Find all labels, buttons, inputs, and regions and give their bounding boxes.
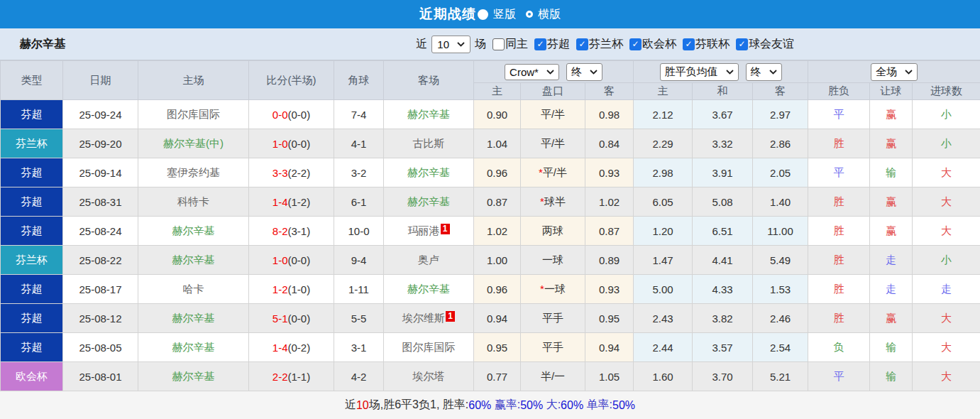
corners: 5-5 xyxy=(334,304,384,333)
home-team-name: 塞伊奈约基 xyxy=(167,166,220,178)
result-goals: 大 xyxy=(913,217,980,246)
radio-vertical-label[interactable]: 竖版 xyxy=(493,7,516,22)
corners: 9-4 xyxy=(334,246,384,275)
eu-draw-odds: 4.33 xyxy=(693,275,753,304)
ah-away-odds: 0.93 xyxy=(585,158,634,187)
checkbox-unchecked-同主[interactable] xyxy=(492,38,505,50)
checkbox-checked-球会友谊[interactable]: ✓ xyxy=(736,38,748,50)
ah-away-odds: 1.02 xyxy=(585,187,634,217)
result-handicap: 赢 xyxy=(870,304,913,333)
eu-away-odds: 1.53 xyxy=(753,275,808,304)
ah-line-text: 一球 xyxy=(544,283,566,295)
checkbox-label[interactable]: 芬兰杯 xyxy=(589,37,623,52)
chevron-down-icon xyxy=(905,70,913,75)
score: 2-2(1-1) xyxy=(249,362,334,391)
filter-bar: 赫尔辛基 近 10 场 同主✓芬超✓芬兰杯✓欧会杯✓芬联杯✓球会友谊 xyxy=(0,28,980,60)
eu-home-odds: 1.20 xyxy=(634,217,693,246)
summary-part: 60% xyxy=(468,399,491,412)
ah-line: *球半 xyxy=(521,187,585,217)
result-goals: 小 xyxy=(913,100,980,129)
home-team-name: 哈卡 xyxy=(183,283,204,295)
result-goals: 大 xyxy=(913,333,980,362)
away-team: 赫尔辛基 xyxy=(384,187,474,217)
bookmaker-select[interactable]: Crow* xyxy=(505,64,559,80)
away-team-name: 图尔库国际 xyxy=(402,341,456,353)
radio-vertical-layout[interactable] xyxy=(478,9,488,20)
type-badge: 芬兰杯 xyxy=(1,246,63,275)
halftime-score: (0-0) xyxy=(288,254,311,266)
result-goals: 大 xyxy=(913,362,980,391)
checkbox-label[interactable]: 芬联杯 xyxy=(695,37,730,52)
euro-odds-metric-select[interactable]: 胜平负均值 xyxy=(660,63,739,81)
red-card-badge: 1 xyxy=(446,311,455,322)
checkbox-checked-芬联杯[interactable]: ✓ xyxy=(683,38,695,50)
ah-line: 平/半 xyxy=(521,100,585,129)
type-badge: 芬超 xyxy=(1,333,63,362)
home-team: 赫尔辛基 xyxy=(138,333,249,362)
ah-line: 半/一 xyxy=(521,362,585,391)
home-team-name: 赫尔辛基 xyxy=(172,312,215,324)
radio-horizontal-layout[interactable] xyxy=(526,11,533,18)
away-team: 埃尔维斯1 xyxy=(384,304,474,333)
col-eu-away: 客 xyxy=(753,83,808,100)
checkbox-checked-芬超[interactable]: ✓ xyxy=(534,38,546,50)
ah-line: *平/半 xyxy=(521,158,585,187)
checkbox-checked-芬兰杯[interactable]: ✓ xyxy=(576,38,588,50)
type-badge: 欧会杯 xyxy=(1,362,63,391)
scope-select[interactable]: 全场 xyxy=(871,63,918,81)
col-corner: 角球 xyxy=(334,61,384,100)
score: 1-0(0-0) xyxy=(249,246,334,275)
result-handicap: 输 xyxy=(870,333,913,362)
table-row: 芬超25-08-05赫尔辛基1-4(0-2)3-1图尔库国际0.95平手0.94… xyxy=(1,333,980,362)
halftime-score: (0-0) xyxy=(288,138,311,150)
type-badge: 芬超 xyxy=(1,304,63,333)
asian-odds-time-select[interactable]: 终 xyxy=(566,63,602,81)
fulltime-score: 2-2 xyxy=(272,371,288,383)
ah-home-odds: 0.94 xyxy=(474,304,521,333)
chevron-down-icon xyxy=(590,70,598,75)
summary-part: 场,胜6平3负1, 胜率: xyxy=(369,398,468,413)
ah-line: 一球 xyxy=(521,246,585,275)
euro-odds-time-select[interactable]: 终 xyxy=(746,63,782,81)
home-team-name: 赫尔辛基(中) xyxy=(163,137,224,149)
checkbox-label[interactable]: 芬超 xyxy=(547,37,570,52)
type-badge: 芬超 xyxy=(1,187,63,217)
ah-line-text: 平/半 xyxy=(541,137,565,149)
home-team: 赫尔辛基 xyxy=(138,362,249,391)
eu-away-odds: 1.40 xyxy=(753,187,808,217)
checkbox-checked-欧会杯[interactable]: ✓ xyxy=(629,38,642,50)
match-date: 25-08-12 xyxy=(63,304,138,333)
eu-home-odds: 1.47 xyxy=(634,246,693,275)
fulltime-score: 8-2 xyxy=(272,225,288,237)
away-team-name: 埃尔维斯 xyxy=(402,312,445,324)
ah-away-odds: 0.84 xyxy=(585,129,634,158)
radio-horizontal-label[interactable]: 横版 xyxy=(538,7,561,22)
ah-line: 两球 xyxy=(521,217,585,246)
filters-group: 近 10 场 同主✓芬超✓芬兰杯✓欧会杯✓芬联杯✓球会友谊 xyxy=(416,36,794,53)
away-team: 赫尔辛基 xyxy=(384,100,474,129)
home-team: 赫尔辛基 xyxy=(138,246,249,275)
result-handicap: 赢 xyxy=(870,217,913,246)
checkbox-label[interactable]: 球会友谊 xyxy=(749,37,794,52)
red-card-badge: 1 xyxy=(441,224,450,234)
table-row: 芬超25-09-14塞伊奈约基3-3(2-2)3-2赫尔辛基0.96*平/半0.… xyxy=(1,158,980,187)
col-ah-away: 客 xyxy=(585,83,634,100)
home-team-name: 赫尔辛基 xyxy=(172,254,215,266)
topbar: 近期战绩 竖版 横版 xyxy=(0,0,980,28)
eu-draw-odds: 6.51 xyxy=(693,217,753,246)
ah-away-odds: 0.98 xyxy=(585,100,634,129)
result-goals: 大 xyxy=(913,158,980,187)
score: 0-0(0-0) xyxy=(249,100,334,129)
halftime-score: (0-0) xyxy=(288,312,311,325)
halftime-score: (2-2) xyxy=(288,167,311,179)
checkbox-label[interactable]: 同主 xyxy=(505,37,528,52)
checkbox-label[interactable]: 欧会杯 xyxy=(642,37,676,52)
result-handicap: 输 xyxy=(870,158,913,187)
away-team: 埃尔塔 xyxy=(384,362,474,391)
eu-home-odds: 2.29 xyxy=(634,129,693,158)
table-row: 芬超25-08-24赫尔辛基8-2(3-1)10-0玛丽港11.02两球0.87… xyxy=(1,217,980,246)
summary-part: 10 xyxy=(356,399,369,412)
recent-count-select[interactable]: 10 xyxy=(431,36,470,53)
ah-line-text: 球半 xyxy=(544,195,566,207)
ah-home-odds: 1.00 xyxy=(474,246,521,275)
